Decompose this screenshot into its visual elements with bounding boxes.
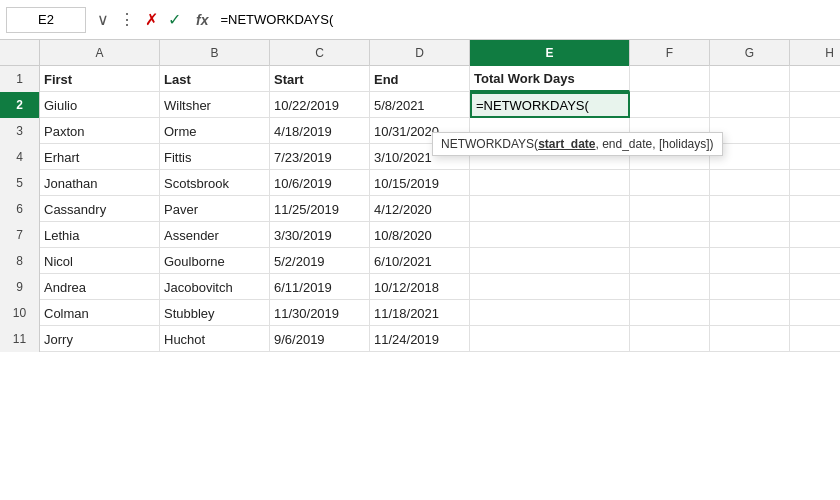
- cell-e1[interactable]: Total Work Days: [470, 66, 630, 92]
- cell-a8[interactable]: Nicol: [40, 248, 160, 274]
- cell-c10[interactable]: 11/30/2019: [270, 300, 370, 326]
- cell-h4[interactable]: [790, 144, 840, 170]
- cell-c11[interactable]: 9/6/2019: [270, 326, 370, 352]
- cell-h3[interactable]: [790, 118, 840, 144]
- cell-d2[interactable]: 5/8/2021: [370, 92, 470, 118]
- name-box[interactable]: E2: [6, 7, 86, 33]
- cell-c1[interactable]: Start: [270, 66, 370, 92]
- cell-h10[interactable]: [790, 300, 840, 326]
- cell-b2[interactable]: Wiltsher: [160, 92, 270, 118]
- cell-a4[interactable]: Erhart: [40, 144, 160, 170]
- cell-c6[interactable]: 11/25/2019: [270, 196, 370, 222]
- cell-g5[interactable]: [710, 170, 790, 196]
- chevron-icon[interactable]: ∨: [94, 8, 112, 31]
- cancel-icon[interactable]: ✗: [142, 8, 161, 31]
- cell-a7[interactable]: Lethia: [40, 222, 160, 248]
- col-header-h[interactable]: H: [790, 40, 840, 66]
- cell-h2[interactable]: [790, 92, 840, 118]
- row-number: 4: [0, 144, 40, 170]
- cell-a5[interactable]: Jonathan: [40, 170, 160, 196]
- cell-g9[interactable]: [710, 274, 790, 300]
- table-row: 2GiulioWiltsher10/22/20195/8/2021=NETWOR…: [0, 92, 840, 118]
- cell-f7[interactable]: [630, 222, 710, 248]
- cell-a11[interactable]: Jorry: [40, 326, 160, 352]
- col-header-c[interactable]: C: [270, 40, 370, 66]
- dots-icon[interactable]: ⋮: [116, 8, 138, 31]
- cell-e6[interactable]: [470, 196, 630, 222]
- cell-a3[interactable]: Paxton: [40, 118, 160, 144]
- cell-f8[interactable]: [630, 248, 710, 274]
- formula-input[interactable]: [216, 7, 834, 33]
- cell-c5[interactable]: 10/6/2019: [270, 170, 370, 196]
- cell-d8[interactable]: 6/10/2021: [370, 248, 470, 274]
- cell-b5[interactable]: Scotsbrook: [160, 170, 270, 196]
- cell-f2[interactable]: [630, 92, 710, 118]
- cell-d1[interactable]: End: [370, 66, 470, 92]
- confirm-icon[interactable]: ✓: [165, 8, 184, 31]
- cell-a1[interactable]: First: [40, 66, 160, 92]
- cell-g11[interactable]: [710, 326, 790, 352]
- cell-h5[interactable]: [790, 170, 840, 196]
- cell-g7[interactable]: [710, 222, 790, 248]
- cell-f9[interactable]: [630, 274, 710, 300]
- col-header-b[interactable]: B: [160, 40, 270, 66]
- cell-g8[interactable]: [710, 248, 790, 274]
- cell-e9[interactable]: [470, 274, 630, 300]
- cell-d9[interactable]: 10/12/2018: [370, 274, 470, 300]
- cell-e8[interactable]: [470, 248, 630, 274]
- cell-f11[interactable]: [630, 326, 710, 352]
- col-header-a[interactable]: A: [40, 40, 160, 66]
- cell-a6[interactable]: Cassandry: [40, 196, 160, 222]
- table-row: 8NicolGoulborne5/2/20196/10/2021: [0, 248, 840, 274]
- cell-c3[interactable]: 4/18/2019: [270, 118, 370, 144]
- cell-c4[interactable]: 7/23/2019: [270, 144, 370, 170]
- cell-d7[interactable]: 10/8/2020: [370, 222, 470, 248]
- cell-e7[interactable]: [470, 222, 630, 248]
- cell-d5[interactable]: 10/15/2019: [370, 170, 470, 196]
- cell-b8[interactable]: Goulborne: [160, 248, 270, 274]
- cell-h6[interactable]: [790, 196, 840, 222]
- formula-icons: ∨ ⋮ ✗ ✓: [90, 8, 188, 31]
- autocomplete-fn: NETWORKDAYS(: [441, 137, 538, 151]
- cell-e2[interactable]: =NETWORKDAYS(: [470, 92, 630, 118]
- cell-a9[interactable]: Andrea: [40, 274, 160, 300]
- cell-b7[interactable]: Assender: [160, 222, 270, 248]
- cell-f5[interactable]: [630, 170, 710, 196]
- col-header-e[interactable]: E: [470, 40, 630, 66]
- cell-c7[interactable]: 3/30/2019: [270, 222, 370, 248]
- cell-b1[interactable]: Last: [160, 66, 270, 92]
- cell-f1[interactable]: [630, 66, 710, 92]
- cell-b10[interactable]: Stubbley: [160, 300, 270, 326]
- cell-d11[interactable]: 11/24/2019: [370, 326, 470, 352]
- cell-e11[interactable]: [470, 326, 630, 352]
- col-header-d[interactable]: D: [370, 40, 470, 66]
- cell-e5[interactable]: [470, 170, 630, 196]
- cell-h7[interactable]: [790, 222, 840, 248]
- cell-c9[interactable]: 6/11/2019: [270, 274, 370, 300]
- cell-g6[interactable]: [710, 196, 790, 222]
- cell-g10[interactable]: [710, 300, 790, 326]
- col-header-g[interactable]: G: [710, 40, 790, 66]
- cell-c2[interactable]: 10/22/2019: [270, 92, 370, 118]
- cell-e10[interactable]: [470, 300, 630, 326]
- cell-b4[interactable]: Fittis: [160, 144, 270, 170]
- autocomplete-popup: NETWORKDAYS(start_date, end_date, [holid…: [432, 132, 723, 156]
- cell-b6[interactable]: Paver: [160, 196, 270, 222]
- cell-f6[interactable]: [630, 196, 710, 222]
- cell-f10[interactable]: [630, 300, 710, 326]
- cell-a10[interactable]: Colman: [40, 300, 160, 326]
- cell-h8[interactable]: [790, 248, 840, 274]
- cell-g1[interactable]: [710, 66, 790, 92]
- cell-d10[interactable]: 11/18/2021: [370, 300, 470, 326]
- cell-b9[interactable]: Jacobovitch: [160, 274, 270, 300]
- cell-b11[interactable]: Huchot: [160, 326, 270, 352]
- cell-d6[interactable]: 4/12/2020: [370, 196, 470, 222]
- cell-a2[interactable]: Giulio: [40, 92, 160, 118]
- cell-g2[interactable]: [710, 92, 790, 118]
- cell-h9[interactable]: [790, 274, 840, 300]
- cell-c8[interactable]: 5/2/2019: [270, 248, 370, 274]
- cell-h1[interactable]: [790, 66, 840, 92]
- col-header-f[interactable]: F: [630, 40, 710, 66]
- cell-h11[interactable]: [790, 326, 840, 352]
- cell-b3[interactable]: Orme: [160, 118, 270, 144]
